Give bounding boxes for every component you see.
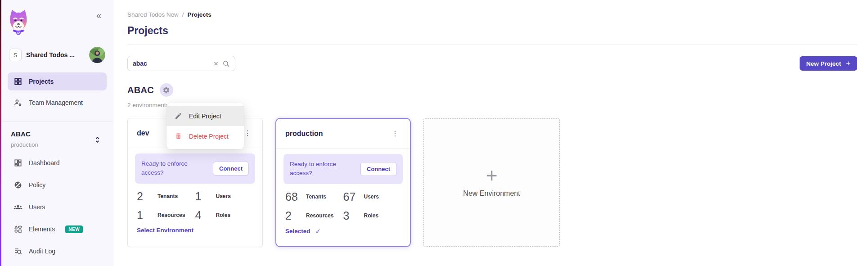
unfold-chevron-icon[interactable] [94, 136, 100, 144]
project-context-menu: Edit Project Delete Project [166, 103, 244, 149]
menu-item-label: Edit Project [189, 113, 221, 120]
check-icon: ✓ [315, 227, 321, 235]
stat-value: 67 [343, 190, 364, 203]
pencil-icon [175, 112, 182, 120]
gear-icon [162, 86, 170, 94]
project-name: ABAC [127, 85, 154, 95]
sidebar-collapse-icon[interactable]: « [96, 11, 101, 20]
grid-icon [13, 77, 22, 86]
enforce-banner: Ready to enforce access? Connect [135, 153, 255, 184]
shapes-icon [13, 225, 22, 234]
environment-stats: 2Tenants 1Users 1Resources 4Roles [128, 184, 262, 222]
main-content: Shared Todos New / Projects Projects × [113, 0, 868, 266]
user-avatar[interactable] [89, 47, 105, 63]
sidebar-item-dashboard[interactable]: Dashboard [8, 153, 107, 172]
plus-icon: + [846, 59, 850, 68]
stat-value: 68 [285, 190, 306, 203]
menu-item-label: Delete Project [189, 133, 229, 140]
app-window: « S Shared Todos ... [0, 0, 868, 266]
users-group-icon [13, 203, 22, 212]
user-gear-icon [13, 98, 22, 107]
stat-value: 4 [195, 209, 216, 222]
environment-name: production [285, 130, 323, 138]
toolbar: × New Project + [127, 56, 857, 71]
stat-label: Users [216, 193, 231, 199]
project-settings-button[interactable] [160, 83, 173, 97]
enforce-banner: Ready to enforce access? Connect [283, 154, 403, 184]
stat-label: Roles [364, 212, 379, 219]
title-divider [127, 45, 857, 45]
enforce-banner-text: Ready to enforce access? [290, 160, 358, 178]
selected-project-name: ABAC [11, 130, 103, 138]
search-input[interactable] [133, 60, 210, 67]
stat-label: Tenants [306, 194, 326, 200]
trash-icon [175, 132, 182, 140]
sidebar-item-label: Team Management [29, 99, 83, 106]
search-icon[interactable] [222, 60, 230, 68]
connect-button[interactable]: Connect [213, 162, 249, 176]
environment-nav: Dashboard Policy [8, 153, 107, 264]
audit-log-icon [13, 247, 22, 256]
stat-label: Resources [306, 212, 333, 219]
enforce-banner-text: Ready to enforce access? [141, 159, 210, 178]
project-environment-selector[interactable]: ABAC production [1, 130, 113, 148]
stat-value: 2 [285, 209, 306, 222]
new-project-label: New Project [806, 60, 841, 67]
stat-value: 3 [343, 209, 364, 222]
dashboard-icon [13, 158, 22, 167]
plus-icon: + [486, 167, 498, 183]
environment-stats: 68Tenants 67Users 2Resources 3Roles [276, 184, 410, 222]
stat-value: 2 [137, 190, 157, 203]
sidebar-item-policy[interactable]: Policy [8, 176, 107, 194]
environment-card-production: production ⋮ Ready to enforce access? Co… [275, 118, 411, 247]
sidebar-item-elements[interactable]: Elements NEW [8, 220, 107, 239]
selected-environment-name: production [11, 141, 103, 148]
sidebar-item-team-management[interactable]: Team Management [8, 94, 107, 112]
sidebar-item-users[interactable]: Users [8, 198, 107, 216]
breadcrumb-separator: / [182, 11, 184, 18]
breadcrumb-current: Projects [188, 11, 211, 18]
new-project-button[interactable]: New Project + [800, 56, 857, 71]
new-badge: NEW [65, 225, 83, 233]
stat-value: 1 [137, 209, 157, 222]
sidebar-nav: Projects Team Management [8, 72, 107, 115]
sidebar-item-label: Elements [29, 225, 55, 233]
sidebar-item-label: Projects [29, 78, 54, 85]
clear-search-icon[interactable]: × [214, 60, 218, 68]
select-environment-link[interactable]: Select Environment [128, 227, 262, 234]
selected-label: Selected [285, 228, 310, 234]
stat-value: 1 [195, 190, 216, 203]
new-environment-label: New Environment [463, 189, 520, 198]
kebab-menu-icon[interactable]: ⋮ [390, 129, 401, 138]
select-environment-label: Select Environment [137, 227, 193, 234]
page-title: Projects [127, 25, 857, 37]
sidebar-item-label: Audit Log [29, 248, 55, 255]
project-header: ABAC [127, 83, 857, 97]
stat-label: Tenants [157, 193, 178, 199]
stat-label: Resources [157, 212, 185, 218]
workspace-initial-badge: S [9, 49, 22, 61]
stat-label: Users [364, 194, 379, 200]
workspace-selector[interactable]: S Shared Todos ... [1, 47, 113, 63]
sidebar-divider [1, 122, 113, 122]
connect-button[interactable]: Connect [360, 162, 396, 176]
sidebar-item-label: Policy [29, 181, 45, 189]
sidebar: « S Shared Todos ... [1, 0, 113, 266]
sidebar-item-projects[interactable]: Projects [8, 72, 107, 90]
workspace-name: Shared Todos ... [26, 51, 85, 59]
breadcrumb: Shared Todos New / Projects [127, 11, 857, 18]
project-search: × [127, 56, 235, 71]
breadcrumb-workspace-link[interactable]: Shared Todos New [127, 11, 179, 18]
sidebar-item-audit-log[interactable]: Audit Log [8, 242, 107, 261]
selected-environment-indicator: Selected ✓ [276, 227, 410, 235]
sidebar-item-label: Users [29, 203, 45, 211]
permit-husky-logo [8, 9, 29, 38]
menu-item-edit-project[interactable]: Edit Project [166, 106, 244, 126]
menu-item-delete-project[interactable]: Delete Project [166, 126, 244, 146]
policy-icon [13, 180, 22, 189]
stat-label: Roles [216, 212, 231, 218]
sidebar-item-label: Dashboard [29, 159, 60, 167]
new-environment-card[interactable]: + New Environment [423, 118, 560, 247]
environment-name: dev [137, 129, 149, 137]
